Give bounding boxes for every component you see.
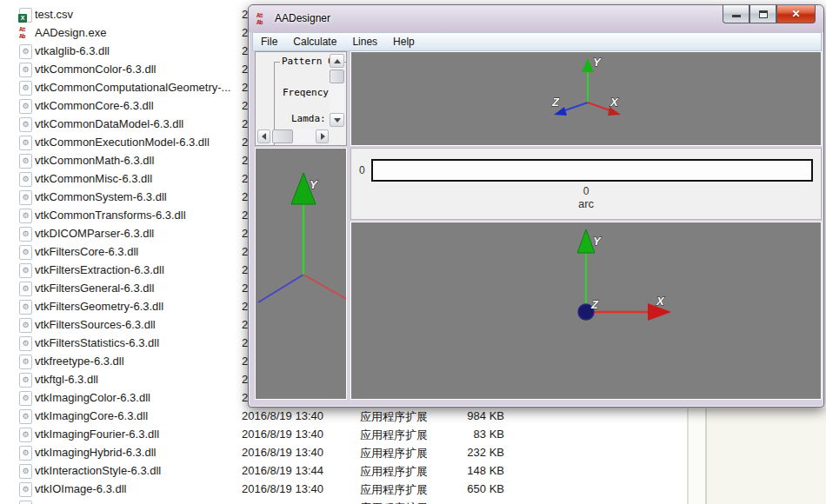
dll-file-icon: ⚙ — [19, 409, 32, 424]
file-name: vtkFiltersGeometry-6.3.dll — [35, 300, 163, 313]
dll-file-icon: ⚙ — [19, 117, 32, 132]
close-button[interactable]: ✕ — [776, 5, 816, 23]
dll-file-icon: ⚙ — [19, 154, 32, 169]
file-name: vtkCommonComputationalGeometry-... — [35, 81, 230, 94]
file-type: 应用程序扩展 — [360, 428, 428, 443]
arc-slider-panel: 0 0 arc — [350, 148, 822, 220]
close-icon: ✕ — [777, 5, 815, 23]
scroll-left-icon — [262, 133, 266, 140]
x-axis-label: X — [656, 295, 665, 308]
file-name: vtkFiltersCore-6.3.dll — [35, 245, 138, 258]
file-name: vtkFiltersSources-6.3.dll — [35, 318, 156, 331]
minimize-icon — [732, 15, 741, 17]
dll-file-icon: ⚙ — [19, 300, 32, 315]
file-type: 应用程序扩展 — [360, 464, 428, 480]
scroll-up-icon — [334, 59, 341, 63]
aadesigner-window: A≡Ab AADesigner ✕ File Calculate Lines H… — [248, 4, 824, 408]
file-name: vtkCommonExecutionModel-6.3.dll — [35, 136, 210, 149]
file-name: vtkImagingCore-6.3.dll — [35, 409, 148, 422]
y-axis-label: Y — [593, 56, 602, 69]
z-axis-label: Z — [590, 298, 599, 311]
menu-file[interactable]: File — [253, 33, 285, 50]
file-size: 148 KB — [435, 464, 504, 477]
file-date: 2016/8/19 13:40 — [242, 428, 323, 441]
arc-slider[interactable] — [371, 159, 813, 182]
y-axis-cone — [577, 229, 595, 253]
dll-file-icon: ⚙ — [19, 355, 32, 369]
minimize-button[interactable] — [723, 5, 749, 23]
dll-file-icon: ⚙ — [19, 336, 32, 351]
dll-file-icon: ⚙ — [19, 501, 32, 504]
slider-unit-label: arc — [351, 197, 821, 210]
slider-min-label: 0 — [359, 164, 365, 176]
horizontal-scrollbar[interactable] — [257, 129, 329, 143]
slider-value: 0 — [351, 185, 821, 197]
menu-help[interactable]: Help — [385, 33, 423, 50]
app-icon: A≡Ab — [256, 12, 270, 26]
viewport-main[interactable]: Y Z X — [350, 222, 822, 400]
viewport-side[interactable]: Y — [255, 148, 347, 400]
menu-calculate[interactable]: Calculate — [285, 33, 344, 50]
horizontal-scroll-thumb[interactable] — [272, 129, 293, 143]
dll-file-icon: ⚙ — [19, 428, 32, 442]
scroll-up-button[interactable] — [330, 54, 344, 68]
dll-file-icon: ⚙ — [19, 44, 32, 59]
x-axis-label: X — [610, 96, 619, 109]
file-type: 应用程序扩展 — [360, 409, 428, 425]
scroll-down-button[interactable] — [330, 113, 344, 127]
dll-file-icon: ⚙ — [19, 464, 32, 479]
axes-side: Y — [256, 149, 346, 399]
file-name: vtkImagingHybrid-6.3.dll — [35, 446, 156, 459]
y-axis-label: Y — [593, 235, 602, 248]
scroll-left-button[interactable] — [257, 129, 270, 143]
vertical-scroll-thumb[interactable] — [330, 70, 344, 83]
scroll-down-icon — [334, 118, 341, 123]
dll-file-icon: ⚙ — [19, 373, 32, 388]
dll-file-icon: ⚙ — [19, 282, 32, 296]
scroll-right-button[interactable] — [316, 129, 329, 143]
file-size: 650 KB — [435, 482, 504, 495]
file-size: 984 KB — [435, 409, 504, 422]
dll-file-icon: ⚙ — [19, 227, 32, 242]
file-date: 2016/8/19 13:40 — [242, 446, 323, 459]
menu-lines[interactable]: Lines — [344, 33, 385, 50]
file-name: vtkfreetype-6.3.dll — [35, 355, 124, 368]
explorer-pane-divider[interactable] — [687, 408, 707, 504]
viewport-orientation[interactable]: Y Z X — [350, 51, 822, 146]
file-name: vtkCommonColor-6.3.dll — [35, 63, 156, 76]
file-name: vtkFiltersExtraction-6.3.dll — [35, 263, 164, 276]
dll-file-icon: ⚙ — [19, 263, 32, 278]
file-name: vtkCommonMisc-6.3.dll — [35, 172, 152, 185]
vertical-scrollbar[interactable] — [330, 54, 344, 127]
file-name: vtkCommonSystem-6.3.dll — [35, 190, 167, 203]
dll-file-icon: ⚙ — [19, 136, 32, 150]
file-name: vtkImagingColor-6.3.dll — [35, 391, 150, 404]
scroll-right-icon — [321, 133, 325, 140]
window-title: AADesigner — [275, 12, 330, 24]
dll-file-icon: ⚙ — [19, 209, 32, 223]
dll-file-icon: ⚙ — [19, 99, 32, 114]
file-type: 应用程序扩展 — [360, 501, 428, 504]
y-axis-cone — [582, 58, 594, 72]
file-name: vtkDICOMParser-6.3.dll — [35, 227, 154, 240]
maximize-icon — [759, 10, 768, 18]
dll-file-icon: ⚙ — [19, 245, 32, 260]
desktop: X test.csv 20 A≡Ab AADesign.exe 20 ⚙ vtk… — [0, 0, 826, 504]
exe-file-icon: A≡Ab — [19, 26, 32, 41]
file-size: 83 KB — [435, 428, 504, 441]
dll-file-icon: ⚙ — [19, 172, 32, 187]
file-date: 2016/8/19 13:40 — [242, 409, 323, 422]
pattern-parameters-panel: Pattern C Freqency: Lamda: — [255, 51, 347, 146]
maximize-button[interactable] — [749, 5, 776, 23]
file-name: vtkIOImage-6.3.dll — [35, 482, 127, 495]
file-type: 应用程序扩展 — [360, 446, 428, 461]
lamda-label: Lamda: — [291, 113, 326, 124]
file-name: vtkCommonMath-6.3.dll — [35, 154, 154, 167]
explorer-side-pane — [707, 408, 826, 504]
file-name: vtkftgl-6.3.dll — [35, 373, 98, 386]
file-name: vtkCommonDataModel-6.3.dll — [35, 117, 183, 130]
y-axis-label: Y — [310, 178, 318, 191]
file-name: vtkalglib-6.3.dll — [35, 44, 110, 57]
file-type: 应用程序扩展 — [360, 482, 428, 498]
dll-file-icon: ⚙ — [19, 391, 32, 406]
